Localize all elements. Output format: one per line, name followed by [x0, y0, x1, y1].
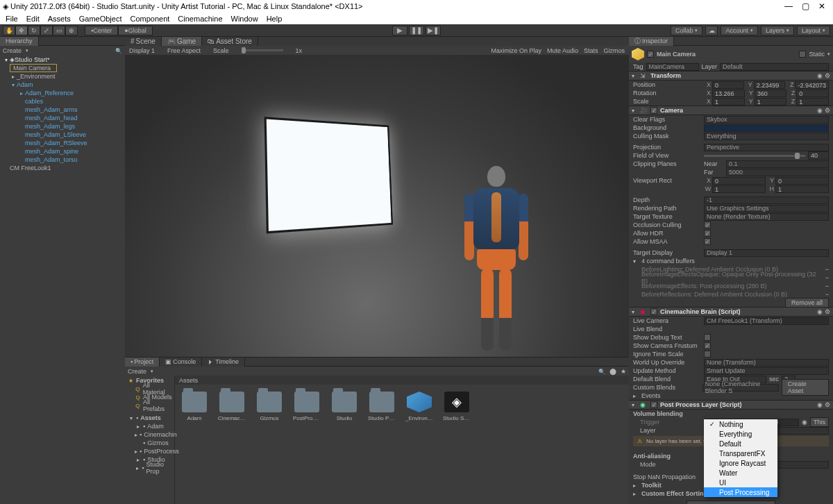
tab-console[interactable]: ▣ Console — [160, 358, 202, 367]
layer-option[interactable]: Default — [704, 439, 777, 448]
rect-tool[interactable]: ▭ — [53, 26, 65, 35]
hdr-check[interactable]: ✓ — [704, 230, 711, 237]
ignore-timescale-check[interactable] — [704, 351, 711, 358]
tab-game[interactable]: 🎮 Game — [162, 37, 202, 46]
tree-item[interactable]: mesh_Adam_torso — [0, 156, 125, 164]
target-texture[interactable]: None (Render Texture) — [704, 213, 829, 221]
remove-icon[interactable]: − — [825, 291, 829, 298]
tab-project[interactable]: ▪ Project — [125, 358, 160, 367]
cinemachine-header[interactable]: ▾◉✓Cinemachine Brain (Script)◉ ⚙ — [629, 307, 833, 317]
scl-y[interactable]: 1 — [755, 98, 787, 106]
tree-item[interactable]: Main Camera — [0, 64, 125, 72]
depth[interactable]: -1 — [704, 196, 829, 204]
static-checkbox[interactable] — [799, 51, 806, 58]
tree-item[interactable]: ▸_Environment — [0, 72, 125, 81]
asset-folder[interactable]: Cinemachi... — [218, 392, 246, 421]
msaa-check[interactable]: ✓ — [704, 238, 711, 245]
asset-folder[interactable]: Adam — [180, 392, 208, 421]
display-dropdown[interactable]: Display 1 — [129, 47, 155, 54]
culling-mask[interactable]: Everything — [704, 133, 829, 140]
occlusion-check[interactable]: ✓ — [704, 221, 711, 228]
scene-root[interactable]: ▾◈ Studio Start* — [0, 56, 125, 64]
far-clip[interactable]: 5000 — [726, 169, 829, 176]
move-tool[interactable]: ✥ — [15, 26, 28, 35]
play-button[interactable]: ▶ — [392, 26, 407, 35]
tab-assetstore[interactable]: 🛍 Asset Store — [202, 37, 258, 46]
tab-timeline[interactable]: ⏵ Timeline — [202, 358, 245, 367]
layer-dropdown[interactable]: Default — [720, 63, 829, 71]
fov-slider[interactable] — [704, 155, 805, 157]
scl-x[interactable]: 1 — [712, 98, 745, 106]
asset-scene[interactable]: ◈Studio Start — [443, 392, 471, 421]
pos-x[interactable]: 0 — [712, 81, 744, 89]
layer-option[interactable]: Everything — [704, 429, 777, 439]
maximize-button[interactable]: ▢ — [797, 1, 814, 11]
transform-header[interactable]: ▾⇲Transform◉ ⚙ — [629, 71, 833, 81]
menu-file[interactable]: File — [1, 15, 22, 23]
target-display[interactable]: Display 1 — [704, 249, 829, 257]
menu-edit[interactable]: Edit — [22, 15, 44, 23]
create-asset-button[interactable]: Create Asset — [782, 379, 829, 396]
gizmos-dropdown[interactable]: Gizmos — [603, 47, 625, 54]
layer-option[interactable]: UI — [704, 478, 777, 487]
asset-folder[interactable]: Gizmos — [255, 392, 283, 421]
menu-help[interactable]: Help — [262, 15, 287, 23]
game-viewport[interactable] — [125, 55, 629, 357]
asset-grid[interactable]: Adam Cinemachi... Gizmos PostProces... S… — [175, 385, 629, 504]
close-button[interactable]: ✕ — [814, 1, 830, 11]
gameobject-icon[interactable] — [632, 48, 644, 60]
hand-tool[interactable]: ✋ — [3, 26, 15, 35]
maximize-on-play[interactable]: Maximize On Play — [491, 47, 541, 54]
tree-item[interactable]: cables — [0, 97, 125, 106]
pos-z[interactable]: -2.942073 — [795, 81, 829, 89]
fav-item[interactable]: QAll Material — [125, 385, 174, 393]
hierarchy-tree[interactable]: ▾◈ Studio Start* Main Camera ▸_Environme… — [0, 55, 125, 504]
project-breadcrumb[interactable]: Assets — [175, 376, 629, 385]
scale-tool[interactable]: ⤢ — [40, 26, 53, 35]
render-path[interactable]: Use Graphics Settings — [704, 205, 829, 212]
scl-z[interactable]: 1 — [796, 98, 829, 106]
menu-cinemachine[interactable]: Cinemachine — [174, 15, 226, 23]
remove-icon[interactable]: − — [825, 283, 829, 289]
tag-dropdown[interactable]: MainCamera — [646, 63, 699, 71]
assets-header[interactable]: ▾▪ Assets — [125, 414, 174, 422]
world-up[interactable]: None (Transform) — [704, 359, 829, 367]
update-method[interactable]: Smart Update — [704, 367, 829, 375]
layout-dropdown[interactable]: Layout — [797, 26, 830, 35]
menu-window[interactable]: Window — [227, 15, 262, 23]
rot-y[interactable]: 360 — [755, 90, 787, 97]
pivot-toggle[interactable]: ▪ Center — [85, 26, 118, 35]
remove-all-button[interactable]: Remove all — [785, 298, 829, 308]
asset-folder[interactable]: Studio Props — [368, 392, 396, 421]
camera-header[interactable]: ▾🎥✓Camera◉ ⚙ — [629, 106, 833, 115]
asset-folder[interactable]: PostProces... — [293, 392, 321, 421]
add-component-button[interactable]: Add Component — [687, 501, 775, 504]
inspector-tab[interactable]: ⓘ Inspector — [629, 37, 674, 46]
custom-blends[interactable]: None (Cinemachine Blender S — [702, 384, 779, 392]
filter-icon[interactable]: ★ — [621, 368, 626, 375]
project-create[interactable]: Create — [128, 368, 146, 375]
layer-option[interactable]: ✓Nothing — [704, 419, 777, 429]
pos-y[interactable]: 2.23499 — [754, 81, 786, 89]
account-dropdown[interactable]: Account — [721, 26, 758, 35]
layer-option[interactable]: Water — [704, 468, 777, 478]
tree-item[interactable]: mesh_Adam_head — [0, 114, 125, 122]
space-toggle[interactable]: ● Global — [118, 26, 152, 35]
folder-item[interactable]: ▸▪ PostProcess — [125, 447, 174, 455]
folder-item[interactable]: ▸▪ Cinemachin — [125, 430, 174, 439]
scale-slider[interactable] — [242, 49, 283, 51]
transform-tool[interactable]: ⊕ — [65, 26, 78, 35]
gameobject-name[interactable]: Main Camera — [657, 51, 796, 58]
minimize-button[interactable]: — — [780, 1, 797, 11]
tree-item[interactable]: mesh_Adam_RSleeve — [0, 139, 125, 147]
asset-prefab[interactable]: _Environm... — [405, 392, 433, 421]
pause-button[interactable]: ❚❚ — [409, 26, 424, 35]
asset-folder[interactable]: Studio — [330, 392, 358, 421]
layer-option[interactable]: Ignore Raycast — [704, 458, 777, 468]
remove-icon[interactable]: − — [825, 266, 829, 273]
layers-dropdown[interactable]: Layers — [761, 26, 794, 35]
folder-item[interactable]: ▪ Gizmos — [125, 439, 174, 447]
filter-icon[interactable]: ⬤ — [609, 368, 616, 375]
projection[interactable]: Perspective — [704, 144, 829, 151]
menu-gameobject[interactable]: GameObject — [75, 15, 126, 23]
